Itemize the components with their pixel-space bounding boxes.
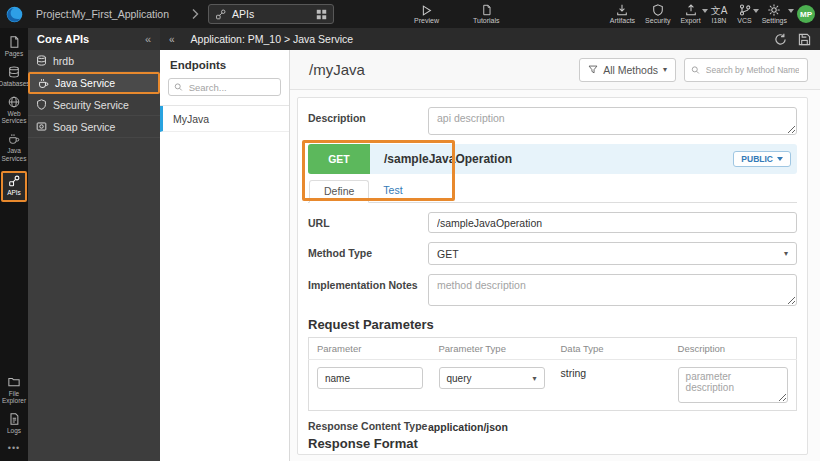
implementation-notes-textarea[interactable]: [428, 274, 797, 306]
request-parameters-table: Parameter Parameter Type Data Type Descr…: [308, 337, 797, 411]
data-type-value: string: [553, 360, 670, 411]
column-header-description: Description: [670, 338, 797, 360]
core-apis-title: Core APIs: [37, 33, 145, 45]
branch-icon: [739, 4, 751, 16]
settings-label: Settings: [762, 17, 787, 24]
wavemaker-logo-icon: [6, 6, 23, 23]
method-type-label: Method Type: [308, 242, 428, 265]
artifacts-label: Artifacts: [610, 17, 635, 24]
download-tray-icon: [616, 4, 628, 16]
soap-icon: [36, 121, 47, 132]
refresh-icon[interactable]: [774, 33, 787, 46]
tab-define[interactable]: Define: [309, 180, 369, 203]
sidebar-item-databases[interactable]: Databases: [1, 66, 27, 88]
operation-header-row[interactable]: GET /sampleJavaOperation PUBLIC: [308, 144, 797, 174]
sidebar-item-pages[interactable]: Pages: [1, 36, 27, 58]
collapse-panel-icon[interactable]: «: [145, 33, 151, 45]
chevron-down-icon: [702, 9, 708, 13]
application-bar: « Application: PM_10 > Java Service: [160, 28, 820, 50]
parameter-description-textarea[interactable]: [678, 367, 788, 403]
export-button[interactable]: Export: [680, 4, 700, 24]
log-file-icon: [8, 413, 20, 425]
api-icon: [215, 9, 226, 20]
settings-button[interactable]: Settings: [762, 4, 787, 24]
core-apis-panel: Core APIs « hrdb Java Service Security S…: [28, 28, 160, 461]
breadcrumb: Application: PM_10 > Java Service: [191, 33, 354, 45]
gear-icon: [768, 4, 780, 16]
folder-icon: [8, 376, 20, 388]
i18n-button[interactable]: 文A I18N: [711, 5, 728, 24]
endpoint-list: MyJava: [160, 105, 289, 132]
sidebar-item-logs[interactable]: Logs: [1, 413, 27, 435]
endpoints-search-input[interactable]: [187, 81, 275, 94]
security-label: Security: [645, 17, 670, 24]
funnel-icon: [588, 65, 598, 75]
response-content-type-label: Response Content Type: [308, 420, 428, 433]
method-search-input[interactable]: [704, 64, 801, 76]
core-api-item-soap-service[interactable]: Soap Service: [28, 116, 160, 138]
collapse-panel-icon[interactable]: «: [169, 34, 175, 45]
parameter-type-select[interactable]: query ▾: [439, 367, 545, 389]
operation-tabs: Define Test: [308, 180, 797, 203]
topbar-right-actions: Artifacts Security Export 文A I18N: [610, 4, 820, 24]
export-label: Export: [680, 17, 700, 24]
apis-tab-label: APIs: [232, 8, 310, 20]
project-name[interactable]: Project:My_First_Application: [36, 8, 169, 20]
core-api-item-hrdb[interactable]: hrdb: [28, 50, 160, 72]
method-badge: GET: [308, 144, 370, 174]
chevron-down-icon: ▾: [532, 374, 536, 383]
search-icon: [691, 65, 700, 75]
api-icon: [8, 175, 20, 187]
coffee-icon: [8, 133, 20, 145]
endpoint-item-myjava[interactable]: MyJava: [160, 106, 289, 132]
sidebar-item-java-services[interactable]: Java Services: [1, 133, 27, 163]
save-icon[interactable]: [798, 33, 811, 46]
brand-logo[interactable]: [0, 6, 28, 23]
translate-icon: 文A: [711, 5, 728, 16]
implementation-notes-label: Implementation Notes: [308, 274, 428, 306]
service-path-title: /myJava: [309, 61, 579, 78]
chevron-down-icon: ▾: [663, 65, 667, 74]
description-row: Description: [308, 107, 797, 135]
top-bar: Project:My_First_Application APIs Previe…: [0, 0, 820, 28]
i18n-label: I18N: [712, 17, 727, 24]
core-api-item-security-service[interactable]: Security Service: [28, 94, 160, 116]
endpoints-panel: Endpoints MyJava: [160, 50, 290, 461]
response-content-type-value: application/json: [428, 420, 508, 433]
sidebar-item-web-services[interactable]: Web Services: [1, 96, 27, 126]
methods-filter-dropdown[interactable]: All Methods ▾: [579, 58, 676, 82]
url-input[interactable]: [428, 212, 797, 233]
tab-test[interactable]: Test: [369, 180, 416, 202]
grid-icon[interactable]: [316, 9, 327, 20]
chevron-right-icon: [191, 8, 200, 20]
url-row: URL: [308, 212, 797, 233]
tutorials-button[interactable]: Tutorials: [473, 4, 500, 24]
artifacts-button[interactable]: Artifacts: [610, 4, 635, 24]
apis-workspace-tab[interactable]: APIs: [208, 4, 334, 24]
vcs-label: VCS: [737, 17, 751, 24]
preview-button[interactable]: Preview: [414, 5, 439, 24]
preview-label: Preview: [414, 17, 439, 24]
response-format-title: Response Format: [308, 436, 797, 451]
access-level-button[interactable]: PUBLIC: [733, 151, 791, 167]
sidebar-item-apis[interactable]: APIs: [1, 171, 27, 202]
sidebar-item-file-explorer[interactable]: File Explorer: [1, 376, 27, 406]
search-icon: [174, 82, 183, 92]
request-parameters-title: Request Parameters: [308, 317, 797, 332]
core-api-item-java-service[interactable]: Java Service: [28, 72, 160, 94]
user-avatar[interactable]: MP: [797, 5, 815, 23]
endpoints-title: Endpoints: [160, 50, 289, 78]
tutorials-label: Tutorials: [473, 17, 500, 24]
chevron-down-icon: ▾: [784, 249, 788, 258]
description-textarea[interactable]: [428, 107, 797, 135]
parameter-name-input[interactable]: [317, 367, 423, 389]
play-icon: [421, 5, 432, 16]
more-options-icon[interactable]: •••: [8, 443, 20, 453]
app-window: Project:My_First_Application APIs Previe…: [0, 0, 820, 461]
database-icon: [8, 66, 20, 78]
vcs-button[interactable]: VCS: [737, 4, 751, 24]
column-header-parameter-type: Parameter Type: [431, 338, 553, 360]
column-header-parameter: Parameter: [309, 338, 431, 360]
method-type-select[interactable]: GET ▾: [428, 242, 797, 265]
security-button[interactable]: Security: [645, 4, 670, 24]
